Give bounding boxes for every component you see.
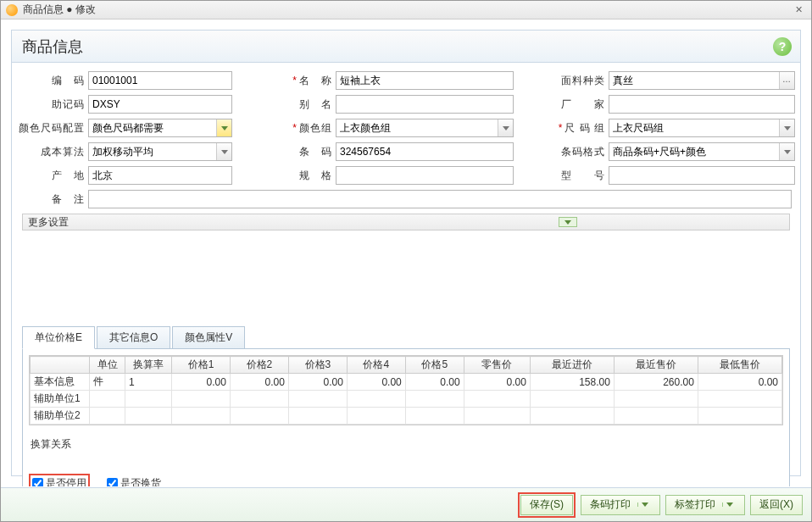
form-area: 编 码 *名 称 面料种类 … [12, 63, 800, 230]
page-title: 商品信息 [22, 36, 83, 57]
chevron-down-icon[interactable] [779, 119, 794, 136]
label-sizegroup: *尺 码 组 [539, 121, 609, 136]
col-unit: 单位 [90, 357, 125, 374]
barcodefmt-select[interactable] [609, 142, 795, 161]
barcode-input[interactable] [336, 142, 514, 161]
chevron-down-icon[interactable] [498, 119, 513, 136]
col-p5: 价格5 [405, 357, 464, 374]
chevron-down-icon[interactable] [637, 503, 651, 507]
exchange-checkbox[interactable]: 是否换货 [107, 476, 161, 486]
col-lastout: 最近售价 [614, 357, 698, 374]
bottom-bar: 保存(S) 条码打印 标签打印 返回(X) [1, 487, 811, 521]
checkbox-row: 是否停用 是否换货 [29, 474, 783, 486]
panel-header: 商品信息 ? [12, 31, 800, 63]
col-p4: 价格4 [347, 357, 405, 374]
col-rate: 换算率 [125, 357, 172, 374]
disabled-checkbox-input[interactable] [32, 478, 43, 486]
spec-input[interactable] [336, 166, 514, 185]
tab-color-attr[interactable]: 颜色属性V [172, 326, 245, 349]
remark-input[interactable] [88, 190, 792, 208]
label-factory: 厂 家 [539, 97, 609, 112]
code-input[interactable] [88, 71, 232, 90]
origin-input[interactable] [88, 166, 232, 185]
costalg-select[interactable] [88, 142, 232, 161]
label-mnemonic: 助记码 [19, 97, 88, 112]
save-button[interactable]: 保存(S) [520, 495, 573, 515]
label-colorgroup: *颜色组 [266, 121, 336, 136]
col-p2: 价格2 [230, 357, 288, 374]
tab-unit-price[interactable]: 单位价格E [22, 326, 95, 349]
name-input[interactable] [336, 71, 514, 90]
material-input[interactable] [609, 71, 795, 90]
label-alias: 别 名 [266, 97, 336, 112]
chevron-down-icon[interactable] [779, 143, 794, 160]
table-row[interactable]: 基本信息 件 1 0.00 0.00 0.00 0.00 0.00 0.00 1… [31, 374, 782, 391]
col-p3: 价格3 [288, 357, 347, 374]
table-row[interactable]: 辅助单位2 [31, 408, 782, 425]
more-settings-bar[interactable]: 更多设置 [22, 214, 790, 230]
grid-header-row: 单位 换算率 价格1 价格2 价格3 价格4 价格5 零售价 最近进价 最近售价 [31, 357, 782, 374]
sizegroup-select[interactable] [609, 119, 795, 137]
chevron-down-icon[interactable] [722, 503, 736, 507]
label-material: 面料种类 [539, 74, 609, 88]
tabs-area: 单位价格E 其它信息O 颜色属性V 单位 换算率 价格1 价格2 [22, 325, 790, 486]
col-lastin: 最近进价 [530, 357, 614, 374]
col-minout: 最低售价 [698, 357, 781, 374]
window-title: 商品信息 ● 修改 [23, 3, 792, 17]
close-icon[interactable]: ✕ [792, 4, 806, 15]
exchange-checkbox-input[interactable] [107, 478, 118, 486]
save-button-highlight: 保存(S) [518, 492, 576, 518]
col-p1: 价格1 [172, 357, 231, 374]
app-icon [6, 4, 18, 16]
label-colorcfg: 颜色尺码配置 [19, 121, 88, 136]
titlebar: 商品信息 ● 修改 ✕ [1, 1, 811, 19]
colorgroup-select[interactable] [336, 119, 514, 137]
tabs-header: 单位价格E 其它信息O 颜色属性V [22, 326, 790, 349]
label-barcodefmt: 条码格式 [539, 145, 609, 159]
col-retail: 零售价 [464, 357, 530, 374]
back-button[interactable]: 返回(X) [750, 495, 803, 515]
edit-product-window: 商品信息 ● 修改 ✕ 商品信息 ? 编 码 *名 称 [0, 0, 812, 522]
price-grid: 单位 换算率 价格1 价格2 价格3 价格4 价格5 零售价 最近进价 最近售价 [29, 355, 783, 425]
label-remark: 备 注 [19, 192, 88, 207]
print-label-button[interactable]: 标签打印 [665, 495, 745, 515]
label-origin: 产 地 [19, 169, 88, 183]
help-icon[interactable]: ? [773, 37, 792, 56]
colorcfg-select[interactable] [88, 119, 232, 137]
disabled-checkbox[interactable]: 是否停用 [32, 476, 86, 486]
mnemonic-input[interactable] [88, 95, 232, 114]
chevron-down-icon[interactable] [216, 119, 231, 136]
col-rowlabel [31, 357, 90, 374]
expand-icon[interactable] [559, 217, 577, 227]
label-costalg: 成本算法 [19, 145, 88, 159]
more-settings-label: 更多设置 [28, 215, 69, 230]
alias-input[interactable] [336, 95, 514, 114]
chevron-down-icon[interactable] [216, 143, 231, 160]
label-barcode: 条 码 [266, 145, 336, 159]
label-spec: 规 格 [266, 169, 336, 183]
factory-input[interactable] [609, 95, 795, 114]
table-row[interactable]: 辅助单位1 [31, 391, 782, 408]
tab-other-info[interactable]: 其它信息O [97, 326, 170, 349]
model-input[interactable] [609, 166, 795, 185]
more-icon[interactable]: … [779, 72, 794, 89]
main-panel: 商品信息 ? 编 码 *名 称 面料种类 [11, 30, 801, 476]
content: 商品信息 ? 编 码 *名 称 面料种类 [1, 19, 811, 486]
tab-body: 单位 换算率 价格1 价格2 价格3 价格4 价格5 零售价 最近进价 最近售价 [22, 348, 790, 486]
label-model: 型 号 [539, 169, 609, 183]
disabled-checkbox-highlight: 是否停用 [29, 474, 90, 486]
conversion-label: 换算关系 [29, 434, 783, 455]
label-code: 编 码 [19, 74, 88, 88]
label-name: *名 称 [266, 74, 336, 88]
print-barcode-button[interactable]: 条码打印 [581, 495, 660, 515]
